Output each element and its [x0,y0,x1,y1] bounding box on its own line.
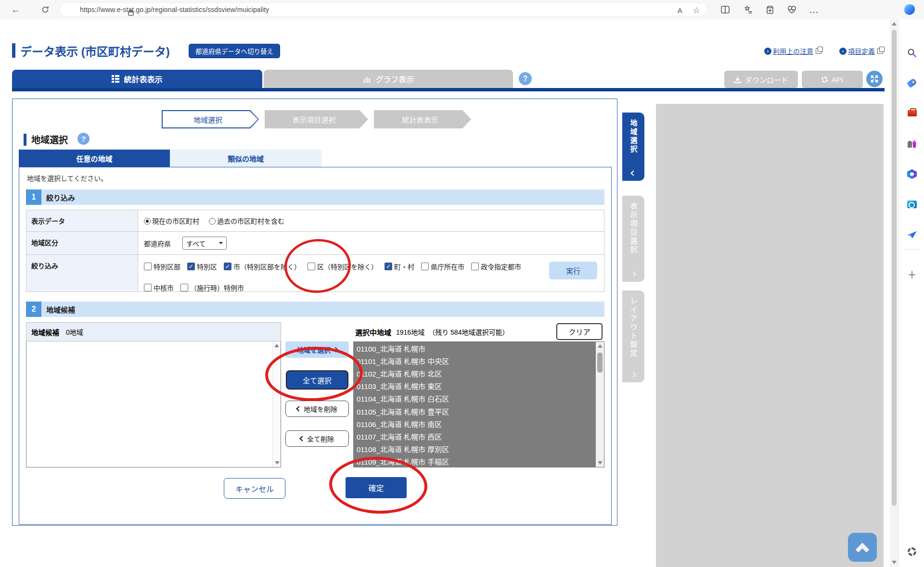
drop-icon[interactable] [906,229,918,240]
games-icon[interactable] [906,138,918,149]
tools-icon[interactable] [906,107,918,119]
checkbox-特別区部[interactable]: 特別区部 [144,262,180,271]
confirm-button[interactable]: 確定 [346,477,407,498]
scrollbar-thumb[interactable] [892,30,897,506]
search-icon[interactable] [906,47,918,59]
address-bar[interactable]: https://www.e-stat.go.jp/regional-statis… [59,2,707,17]
tab-similar-region[interactable]: 類似の地域 [170,150,321,167]
tab-graph[interactable]: グラフ表示 [264,70,513,88]
radio-past-label: 過去の市区町村を含む [217,217,284,225]
candidates-listbox[interactable] [26,341,281,467]
back-icon[interactable]: ← [10,4,21,15]
checkbox-町・村[interactable]: ✓町・村 [385,262,414,271]
checkbox-icon[interactable]: ✓ [224,263,231,270]
scroll-down-arrow-icon[interactable] [892,561,897,564]
api-button[interactable]: API [802,71,863,88]
checkbox-市（特別区部を除く）[interactable]: ✓市（特別区部を除く） [224,262,301,271]
execute-button[interactable]: 実行 [549,262,597,279]
shopping-icon[interactable] [906,77,918,88]
tab-any-region[interactable]: 任意の地域 [19,150,170,167]
select-all-button[interactable]: 全て選択 [286,370,348,390]
checkbox-icon[interactable] [144,284,152,291]
selected-region-item[interactable]: 01103_北海道 札幌市 東区 [354,380,596,392]
remove-all-button[interactable]: 全て削除 [285,430,349,447]
more-icon[interactable]: … [808,4,820,15]
remove-region-button[interactable]: 地域を削除 [285,401,349,417]
fullscreen-expand-icon[interactable] [866,71,883,87]
item-definition-link[interactable]: › 項目定義 [839,46,883,56]
selected-scrollbar[interactable] [596,342,604,467]
outlook-icon[interactable] [906,199,918,210]
selected-region-item[interactable]: 01109_北海道 札幌市 手稲区 [354,455,596,467]
api-label: API [832,76,843,84]
select-region-button[interactable]: 地域を選択 [285,341,349,358]
lock-icon[interactable] [125,7,137,18]
side-tab-item-select[interactable]: 表示項目選択 [622,196,644,282]
microsoft-365-icon[interactable] [906,168,918,180]
radio-current-municipality[interactable]: 現在の市区町村 [144,216,199,226]
help-icon[interactable]: ? [519,72,532,85]
checkbox-icon[interactable] [471,263,479,270]
checkbox-icon[interactable]: ✓ [187,263,195,270]
radio-past-municipality[interactable]: 過去の市区町村を含む [209,216,284,226]
scroll-up-arrow-icon[interactable] [598,344,603,348]
radio-icon[interactable] [209,218,216,225]
usage-notes-link[interactable]: › 利用上の注意 [764,46,821,56]
side-tab-layout-settings[interactable]: レイアウト設定 [622,290,644,382]
usage-notes-label[interactable]: 利用上の注意 [773,46,813,56]
scroll-to-top-button[interactable] [848,533,877,562]
checkbox-icon[interactable] [421,263,429,270]
selected-region-item[interactable]: 01105_北海道 札幌市 豊平区 [354,405,596,417]
checkbox-県庁所在市[interactable]: 県庁所在市 [421,262,464,271]
checkbox-icon[interactable] [308,263,315,270]
checkbox-政令指定都市[interactable]: 政令指定都市 [471,262,521,271]
checkbox-中核市[interactable]: 中核市 [144,283,174,292]
scroll-up-arrow-icon[interactable] [274,344,279,347]
checkbox-区（特別区を除く）[interactable]: 区（特別区を除く） [308,262,378,271]
browser-essentials-icon[interactable] [786,4,797,15]
candidates-scrollbar[interactable] [272,341,281,467]
selected-region-item[interactable]: 01101_北海道 札幌市 中央区 [354,354,596,367]
cancel-button[interactable]: キャンセル [224,478,285,499]
refresh-icon[interactable] [39,4,51,15]
checkbox-（施行時）特例市[interactable]: （施行時）特例市 [180,283,244,292]
add-sidebar-icon[interactable]: ＋ [906,268,918,280]
favorites-icon[interactable] [742,4,753,15]
scroll-down-arrow-icon[interactable] [275,461,280,465]
selected-region-item[interactable]: 01107_北海道 札幌市 西区 [354,430,596,442]
download-button[interactable]: ダウンロード [724,71,798,88]
clear-button[interactable]: クリア [556,323,603,340]
selected-region-item[interactable]: 01100_北海道 札幌市 [354,342,596,354]
region-help-icon[interactable]: ? [77,133,90,145]
selected-region-item[interactable]: 01102_北海道 札幌市 北区 [354,367,596,379]
url-text[interactable]: https://www.e-stat.go.jp/regional-statis… [80,6,269,13]
download-icon [734,76,741,83]
checkbox-icon[interactable] [180,284,188,291]
settings-gear-icon[interactable] [906,546,918,557]
checkbox-特別区[interactable]: ✓特別区 [187,262,217,271]
collections-icon[interactable] [764,4,775,15]
read-aloud-icon[interactable]: A [678,6,682,14]
checkbox-icon[interactable]: ✓ [385,263,392,270]
selected-region-item[interactable]: 01104_北海道 札幌市 白石区 [354,392,596,405]
scroll-down-arrow-icon[interactable] [598,461,603,465]
copilot-icon[interactable] [904,4,915,15]
scrollbar-thumb[interactable] [597,353,603,373]
favorite-star-icon[interactable]: ☆ [693,5,700,15]
tab-statistics-table[interactable]: 統計表表示 [12,70,262,88]
selected-region-item[interactable]: 01108_北海道 札幌市 厚別区 [354,443,596,455]
side-tab-region-select[interactable]: 地域選択 [622,113,644,181]
selected-region-listbox[interactable]: 01100_北海道 札幌市01101_北海道 札幌市 中央区01102_北海道 … [353,341,604,467]
remove-all-label: 全て削除 [307,434,334,443]
split-screen-icon[interactable] [719,4,731,15]
page-scrollbar[interactable] [890,19,898,567]
scroll-up-arrow-icon[interactable] [892,22,897,25]
item-definition-label[interactable]: 項目定義 [848,46,875,56]
radio-icon[interactable] [144,218,151,225]
chevron-left-icon [630,170,636,176]
switch-to-prefecture-button[interactable]: 都道府県データへ切り替え [189,44,280,58]
checkbox-icon[interactable] [144,263,152,270]
prefecture-select[interactable]: すべて [182,237,227,250]
side-tab-label: 地域選択 [629,119,639,154]
selected-region-item[interactable]: 01106_北海道 札幌市 南区 [354,417,596,430]
